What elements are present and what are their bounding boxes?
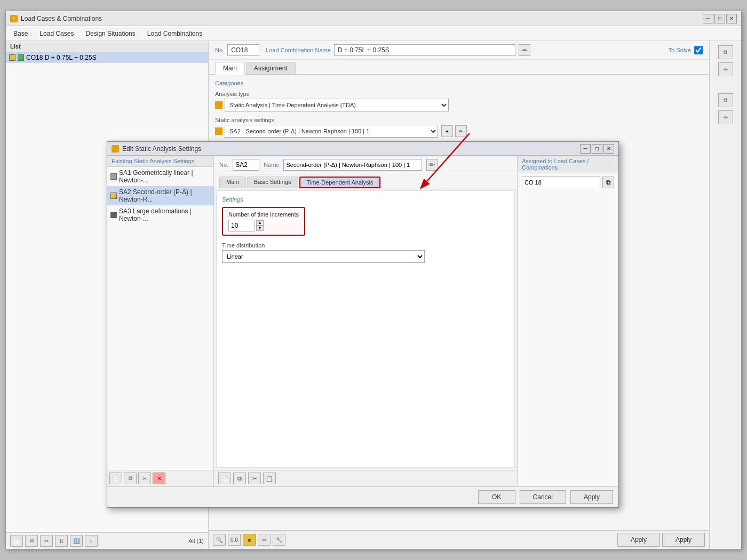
modal-tool-copy[interactable]: ⧉ [124, 473, 137, 484]
modal-list-item-sa1[interactable]: SA1 Geometrically linear | Newton-... [107, 167, 213, 186]
modal-tabs: Main Basic Settings Time-Dependent Analy… [214, 174, 517, 188]
modal-cancel-btn[interactable]: Cancel [520, 490, 566, 504]
modal-icon [112, 145, 119, 153]
edit-static-analysis-modal: Edit Static Analysis Settings ─ □ ✕ Exis… [107, 141, 619, 508]
modal-body: Existing Static Analysis Settings SA1 Ge… [107, 156, 618, 486]
modal-bottom-toolbar: 📄 ⧉ ✂ 📋 [214, 470, 517, 486]
sa1-color [110, 173, 117, 180]
modal-bottom-paste[interactable]: 📋 [263, 473, 276, 484]
modal-title-text: Edit Static Analysis Settings [122, 145, 201, 153]
distribution-select[interactable]: Linear Logarithmic Exponential [222, 250, 425, 263]
modal-title-bar: Edit Static Analysis Settings ─ □ ✕ [107, 142, 618, 156]
modal-tab-main[interactable]: Main [219, 177, 246, 188]
distribution-label: Time distribution [222, 242, 509, 249]
increments-box: Number of time increments ▲ ▼ [222, 207, 305, 236]
distribution-group: Time distribution Linear Logarithmic Exp… [222, 242, 509, 263]
modal-list-item-sa3[interactable]: SA3 Large deformations | Newton-... [107, 205, 213, 225]
modal-header-row: No. Name ✏ [214, 156, 517, 174]
modal-name-input[interactable] [283, 159, 422, 171]
modal-bottom-buttons: OK Cancel Apply [107, 486, 618, 507]
sa1-label: SA1 Geometrically linear | Newton-... [119, 169, 210, 184]
modal-left-toolbar: 📄 ⧉ ✂ ✕ [107, 470, 213, 486]
modal-bottom-new[interactable]: 📄 [218, 473, 231, 484]
modal-tool-new[interactable]: 📄 [109, 473, 122, 484]
modal-right-panel: Assigned to Load Cases / Combinations ⧉ [517, 156, 618, 486]
sa3-label: SA3 Large deformations | Newton-... [119, 207, 210, 222]
modal-close-btn[interactable]: ✕ [603, 144, 614, 154]
modal-no-input[interactable] [233, 159, 259, 171]
modal-right-header: Assigned to Load Cases / Combinations [518, 156, 618, 173]
sa2-label: SA2 Second-order (P-Δ) | Newton-R... [119, 188, 210, 203]
modal-maximize-btn[interactable]: □ [592, 144, 602, 154]
modal-center: No. Name ✏ Main Basic Settings Time-Depe… [214, 156, 517, 486]
increments-input[interactable] [228, 220, 255, 231]
increments-label: Number of time increments [228, 211, 299, 218]
modal-name-edit-btn[interactable]: ✏ [426, 159, 438, 171]
modal-list-item-sa2[interactable]: SA2 Second-order (P-Δ) | Newton-R... [107, 186, 213, 205]
modal-bottom-cut[interactable]: ✂ [248, 473, 261, 484]
assigned-input[interactable] [522, 177, 600, 188]
modal-tool-cancel[interactable]: ✕ [153, 473, 165, 484]
modal-no-label: No. [219, 162, 228, 168]
modal-settings-area: Settings Number of time increments ▲ ▼ [216, 190, 515, 468]
sa2-color [110, 193, 117, 199]
modal-overlay: Edit Static Analysis Settings ─ □ ✕ Exis… [0, 0, 747, 560]
spin-buttons: ▲ ▼ [256, 220, 264, 231]
modal-list-header: Existing Static Analysis Settings [107, 156, 213, 167]
modal-apply-btn[interactable]: Apply [570, 490, 613, 504]
modal-name-label: Name [264, 162, 279, 168]
assigned-edit-btn[interactable]: ⧉ [602, 177, 614, 188]
spin-down-btn[interactable]: ▼ [256, 226, 264, 231]
modal-left-panel: Existing Static Analysis Settings SA1 Ge… [107, 156, 214, 486]
settings-section-label: Settings [222, 196, 509, 203]
modal-tool-delete[interactable]: ✂ [138, 473, 151, 484]
spin-up-btn[interactable]: ▲ [256, 220, 264, 226]
sa3-color [110, 212, 117, 218]
modal-tab-time-dependent[interactable]: Time-Dependent Analysis [299, 177, 381, 188]
modal-bottom-copy[interactable]: ⧉ [233, 473, 246, 484]
modal-tab-basic-settings[interactable]: Basic Settings [247, 177, 298, 188]
modal-minimize-btn[interactable]: ─ [580, 144, 591, 154]
modal-ok-btn[interactable]: OK [478, 490, 515, 504]
